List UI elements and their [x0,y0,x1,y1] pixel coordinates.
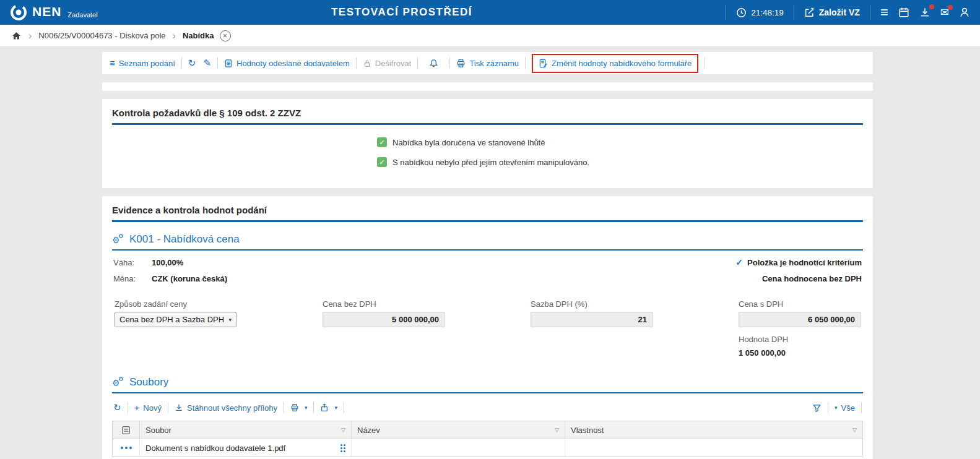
breadcrumb-item-procurement[interactable]: N006/25/V00004673 - Disková pole [38,31,165,40]
divider [794,5,794,20]
menu-button[interactable]: ≡ [880,6,888,19]
zpusob-label: Způsob zadání ceny [115,299,236,309]
k001-title: K001 - Nabídková cena [129,233,240,246]
column-settings-icon [121,426,131,435]
soubory-table-header: Soubor ▽ Název ▽ Vlastnost ▽ [113,421,862,439]
list-icon: ≡ [110,59,115,67]
cena-bez-dph-input[interactable] [323,312,444,327]
column-header-nazev[interactable]: Název ▽ [352,421,565,439]
hodnoty-odeslane-button[interactable]: Hodnoty odeslané dodavatelem [224,59,350,68]
divider [705,58,705,69]
stahnout-prilohy-label: Stáhnout všechny přílohy [187,403,277,413]
filter-button[interactable] [812,403,822,413]
desifrovat-label: Dešifrovat [375,59,412,68]
zmenit-hodnoty-button[interactable]: Změnit hodnoty nabídkového formuláře [539,59,692,68]
plus-icon: + [134,403,140,412]
checkbox-checked-icon[interactable]: ✓ [377,157,387,167]
export-button[interactable]: ▾ [320,403,337,412]
divider [217,58,218,69]
pencil-icon: ✎ [203,59,211,67]
cell-soubor[interactable]: Dokument s nabídkou dodavatele 1.pdf [140,439,352,457]
check-row-manipulace: ✓ S nabídkou nebylo před jejím otevřením… [377,157,863,167]
desifrovat-button[interactable]: Dešifrovat [363,59,412,68]
chevron-down-icon: ▾ [228,317,232,323]
evidence-section: Evidence a kontrola hodnot podání ⚙⚙ K00… [102,196,873,459]
check-icon: ✓ [735,257,743,267]
vaha-row: Váha: 100,00% ✓ Položka je hodnotící kri… [112,257,863,267]
kriterium-flag-label: Položka je hodnotící kritérium [747,258,862,267]
evidence-title: Evidence a kontrola hodnot podání [112,205,863,215]
file-name: Dokument s nabídkou dodavatele 1.pdf [145,444,285,453]
home-icon[interactable] [11,31,22,41]
column-settings-button[interactable] [113,421,140,439]
messages-badge [948,5,953,10]
divider [726,5,726,20]
vse-label: Vše [841,403,855,413]
divider [284,402,284,413]
filter-triangle-icon[interactable]: ▽ [555,427,559,433]
profile-button[interactable] [959,7,970,18]
zmenit-hodnoty-highlight: Změnit hodnoty nabídkového formuláře [532,54,698,73]
row-menu-button[interactable] [113,439,140,457]
calendar-button[interactable] [898,7,909,18]
sazba-dph-label: Sazba DPH (%) [531,299,653,309]
downloads-button[interactable] [919,7,930,18]
messages-button[interactable]: ✉ [940,7,949,18]
hodnota-dph-row: Hodnota DPH 1 050 000,00 [112,335,863,358]
soubory-toolbar: ↻ + Nový Stáhnout všechny přílohy [112,398,863,417]
cena-bez-dph-label: Cena bez DPH [323,299,444,309]
drag-handle-icon[interactable] [340,444,345,452]
cena-s-dph-field: Cena s DPH [739,299,861,327]
record-toolbar: ≡ Seznam podání ↻ ✎ Hodnoty odeslané dod… [102,52,873,74]
vse-filter-button[interactable]: ▾ Vše [835,403,855,413]
soubory-refresh-button[interactable]: ↻ [113,403,121,412]
topbar: NEN Zadavatel TESTOVACÍ PROSTŘEDÍ 21:48:… [0,0,980,25]
cena-bez-dph-field: Cena bez DPH [323,299,444,327]
edit-button[interactable]: ✎ [203,59,211,67]
filter-triangle-icon[interactable]: ▽ [852,427,857,433]
refresh-button[interactable]: ↻ [188,59,196,67]
chevron-down-icon: ▾ [334,405,337,411]
subsection-rule [112,392,863,393]
close-tab-icon[interactable]: ✕ [220,30,231,41]
hodnoty-odeslane-label: Hodnoty odeslané dodavatelem [236,59,350,68]
seznam-podani-button[interactable]: ≡ Seznam podání [110,59,175,68]
column-header-vlastnost[interactable]: Vlastnost ▽ [565,421,862,439]
create-vz-button[interactable]: Založit VZ [804,7,860,18]
filter-triangle-icon[interactable]: ▽ [341,427,345,433]
form-edit-icon [539,59,548,68]
column-header-nazev-label: Název [357,426,380,435]
breadcrumb-item-nabidka[interactable]: Nabídka [183,31,214,40]
refresh-icon: ↻ [188,59,196,67]
tisk-zaznamu-button[interactable]: Tisk záznamu [456,59,519,68]
checkbox-checked-icon[interactable]: ✓ [377,137,387,147]
sazba-dph-input[interactable] [531,312,653,327]
divider [417,58,418,69]
divider [449,58,450,69]
compose-icon [804,7,815,18]
cena-s-dph-label: Cena s DPH [739,299,861,309]
divider [313,402,314,413]
notifications-button[interactable] [429,59,438,68]
hodnota-dph-label: Hodnota DPH [739,335,861,344]
gears-icon: ⚙⚙ [112,234,124,245]
clock-time: 21:48:19 [751,8,784,17]
cena-s-dph-input[interactable] [739,312,861,327]
create-vz-label: Založit VZ [819,7,860,17]
subsection-rule [112,249,863,251]
column-header-soubor-label: Soubor [145,426,171,435]
soubory-print-button[interactable]: ▾ [290,403,308,412]
printer-icon [456,59,466,68]
divider [870,5,870,20]
stahnout-prilohy-button[interactable]: Stáhnout všechny přílohy [175,403,277,413]
column-header-soubor[interactable]: Soubor ▽ [140,421,352,439]
breadcrumb: › N006/25/V00004673 - Disková pole › Nab… [0,25,980,47]
nen-logo[interactable]: NEN Zadavatel [10,4,98,21]
vaha-label: Váha: [113,258,152,267]
novy-button[interactable]: + Nový [134,403,162,413]
nen-logo-icon [10,4,27,21]
check-label-lhuta: Nabídka byla doručena ve stanovené lhůtě [392,138,545,147]
chevron-down-icon: ▾ [835,405,838,411]
zpusob-select[interactable]: Cena bez DPH a Sazba DPH ▾ [115,312,236,327]
logo-text: NEN [32,4,61,20]
